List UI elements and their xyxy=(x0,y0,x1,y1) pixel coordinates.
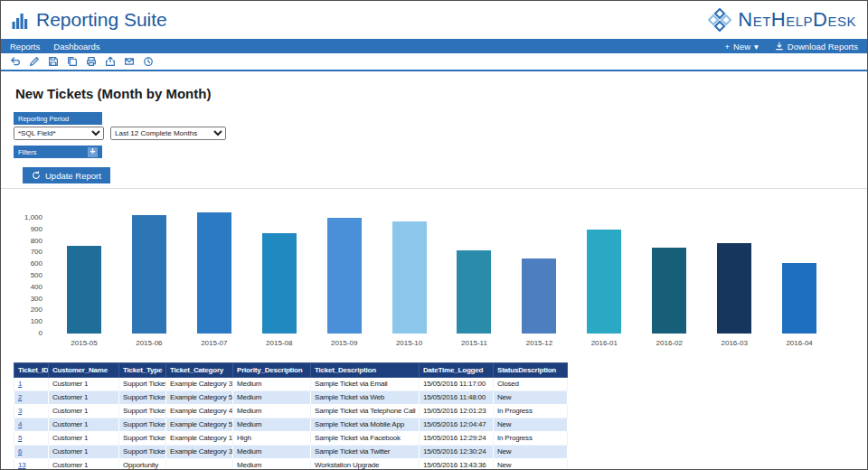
table-cell: Sample Ticket via Mobile App xyxy=(311,418,420,432)
table-cell: Support Ticket xyxy=(119,405,166,418)
back-icon[interactable] xyxy=(10,56,21,67)
table-cell: Customer 1 xyxy=(49,446,119,459)
save-copy-icon[interactable] xyxy=(67,56,78,67)
column-header-statusdescription[interactable]: StatusDescription xyxy=(494,363,568,378)
tickets-table-header: Ticket_IDCustomer_NameTicket_TypeTicket_… xyxy=(14,363,568,378)
x-axis-label: 2016-04 xyxy=(786,339,812,352)
table-cell: New xyxy=(494,418,568,432)
nav-left: Reports Dashboards xyxy=(10,42,100,52)
new-menu-button[interactable]: +New▾ xyxy=(724,42,758,52)
period-select[interactable]: Last 12 Complete Months xyxy=(110,127,226,140)
save-icon[interactable] xyxy=(48,56,59,67)
table-cell: Sample Ticket via Twitter xyxy=(311,446,420,459)
bar-chart-logo-icon xyxy=(12,10,30,30)
reporting-period-text: Reporting Period xyxy=(18,115,69,123)
table-cell: New xyxy=(494,459,568,470)
chart-slot: 2015-12 xyxy=(506,200,571,352)
table-cell: Customer 1 xyxy=(49,432,119,446)
bar-2016-04 xyxy=(782,263,816,334)
x-axis-label: 2016-01 xyxy=(591,339,618,352)
nav-item-dashboards[interactable]: Dashboards xyxy=(53,42,99,52)
column-header-datetime_logged[interactable]: DateTime_Logged xyxy=(420,363,494,378)
table-cell: 3 xyxy=(14,405,49,418)
table-cell: Sample Ticket via Facebook xyxy=(311,432,420,446)
export-icon[interactable] xyxy=(105,56,116,67)
section-divider xyxy=(1,188,867,189)
chart-slot: 2015-09 xyxy=(312,200,377,352)
new-menu-label: New xyxy=(733,42,750,52)
table-cell: In Progress xyxy=(494,432,568,446)
y-axis-tick: 500 xyxy=(31,272,42,279)
table-cell: High xyxy=(233,432,311,446)
download-reports-button[interactable]: Download Reports xyxy=(775,42,858,52)
chart-slot: 2015-08 xyxy=(247,200,312,352)
table-cell: 6 xyxy=(14,446,49,459)
table-cell: New xyxy=(494,446,568,459)
table-cell: Closed xyxy=(494,378,568,391)
email-icon[interactable] xyxy=(124,56,135,67)
sql-field-select[interactable]: *SQL Field* xyxy=(14,127,104,140)
bar-2015-09 xyxy=(327,218,362,334)
app-title: Reporting Suite xyxy=(36,9,167,31)
ticket-id-link[interactable]: 3 xyxy=(18,407,22,415)
x-axis-label: 2015-10 xyxy=(396,339,422,352)
table-cell: Example Category 4 xyxy=(166,405,233,418)
column-header-ticket_id[interactable]: Ticket_ID xyxy=(14,363,49,378)
table-cell: Sample Ticket via Web xyxy=(311,391,420,405)
ticket-id-link[interactable]: 5 xyxy=(18,434,22,442)
filters-label: Filters + xyxy=(14,146,102,158)
bar-2015-08 xyxy=(262,233,297,334)
download-reports-label: Download Reports xyxy=(788,42,858,52)
chart-slot: 2015-10 xyxy=(377,200,442,352)
column-header-ticket_description[interactable]: Ticket_Description xyxy=(311,363,420,378)
ticket-id-link[interactable]: 13 xyxy=(18,461,26,469)
table-row: 5Customer 1Support TicketExample Categor… xyxy=(14,432,568,446)
table-cell: 15/05/2016 12:01:23 xyxy=(420,405,494,418)
nav-item-reports[interactable]: Reports xyxy=(10,42,40,52)
x-axis-label: 2015-08 xyxy=(266,339,292,352)
table-row: 3Customer 1Support TicketExample Categor… xyxy=(14,405,568,418)
table-cell: Medium xyxy=(233,405,311,418)
column-header-priority_description[interactable]: Priority_Description xyxy=(233,363,311,378)
bar-2015-05 xyxy=(67,246,101,334)
table-cell: Medium xyxy=(233,459,311,470)
ticket-id-link[interactable]: 1 xyxy=(18,380,22,388)
table-cell: 4 xyxy=(14,418,49,432)
table-row: 6Customer 1Support TicketExample Categor… xyxy=(14,446,568,459)
add-filter-button[interactable]: + xyxy=(88,147,98,157)
nav-right: +New▾ Download Reports xyxy=(724,42,858,52)
download-icon xyxy=(775,42,784,51)
edit-icon[interactable] xyxy=(29,56,40,67)
table-cell: Medium xyxy=(233,418,311,432)
update-report-label: Update Report xyxy=(45,171,101,181)
table-cell: Medium xyxy=(233,391,311,405)
table-cell: 15/05/2016 12:04:47 xyxy=(420,418,494,432)
x-axis-label: 2015-06 xyxy=(136,339,162,352)
brand-logo: NetHelpDesk xyxy=(708,8,856,32)
table-cell: Sample Ticket via Email xyxy=(311,378,420,391)
y-axis-tick: 1,000 xyxy=(24,214,42,221)
bar-2015-12 xyxy=(522,258,556,334)
table-cell: Opportunity xyxy=(119,459,166,470)
ticket-id-link[interactable]: 2 xyxy=(18,393,22,401)
tickets-table-body: 1Customer 1Support TicketExample Categor… xyxy=(14,378,568,470)
ticket-id-link[interactable]: 4 xyxy=(18,420,22,428)
table-cell: 15/05/2016 11:48:00 xyxy=(420,391,494,405)
y-axis-tick: 900 xyxy=(31,226,42,233)
column-header-ticket_type[interactable]: Ticket_Type xyxy=(119,363,166,378)
update-report-button[interactable]: Update Report xyxy=(23,167,110,183)
table-cell: 1 xyxy=(14,378,49,391)
ticket-id-link[interactable]: 6 xyxy=(18,447,22,456)
tickets-table: Ticket_IDCustomer_NameTicket_TypeTicket_… xyxy=(14,362,568,470)
table-row: 1Customer 1Support TicketExample Categor… xyxy=(14,378,568,391)
y-axis-tick: 0 xyxy=(39,330,42,337)
print-icon[interactable] xyxy=(86,56,97,67)
schedule-icon[interactable] xyxy=(143,56,154,67)
table-cell: 15/05/2016 12:29:24 xyxy=(420,432,494,446)
table-row: 2Customer 1Support TicketExample Categor… xyxy=(14,391,568,405)
x-axis-label: 2015-12 xyxy=(526,339,552,352)
column-header-customer_name[interactable]: Customer_Name xyxy=(49,363,119,378)
y-axis-tick: 800 xyxy=(31,238,42,245)
table-cell: Support Ticket xyxy=(119,446,166,459)
column-header-ticket_category[interactable]: Ticket_Category xyxy=(166,363,233,378)
